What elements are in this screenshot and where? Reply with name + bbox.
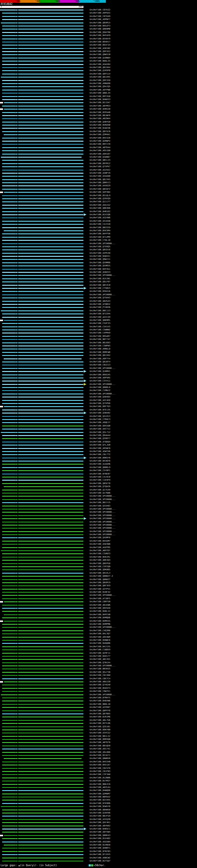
hit-alignment-bar[interactable] [2, 585, 84, 586]
hit-alignment-bar[interactable] [2, 598, 84, 599]
hit-label[interactable]: UniRef100_A0XTD7 [90, 549, 110, 552]
hit-label[interactable]: UniRef100_B4MQD6 [90, 616, 110, 619]
hit-label[interactable]: UniRef100_A91741 [90, 748, 110, 750]
hit-alignment-bar[interactable] [2, 170, 84, 170]
hit-label[interactable]: UniRef100_B2IVK5 [90, 799, 110, 802]
hit-alignment-bar[interactable] [2, 16, 84, 17]
hit-label[interactable]: UniRef100_Q9WJ11 [90, 258, 110, 261]
hit-alignment-bar[interactable] [2, 45, 84, 45]
hit-label[interactable]: UniRef100_C75NV3 [90, 287, 110, 290]
hit-alignment-bar[interactable] [4, 406, 84, 407]
hit-alignment-bar[interactable] [2, 841, 84, 842]
hit-label[interactable]: UniRef100_A5NVV3 [90, 271, 110, 274]
hit-label[interactable]: UniRef100_A9PGE5 [90, 12, 110, 14]
hit-alignment-bar[interactable] [2, 505, 84, 506]
hit-alignment-bar[interactable] [2, 150, 84, 151]
hit-alignment-bar[interactable] [2, 371, 84, 372]
hit-label[interactable]: UniRef100_A5GUD0 [90, 175, 110, 178]
hit-label[interactable]: UniRef100_Q9AY98 [90, 31, 110, 34]
hit-label[interactable]: UniRef100_Q9FS14 [90, 73, 110, 75]
hit-alignment-bar[interactable] [2, 525, 84, 526]
hit-alignment-bar[interactable] [2, 339, 84, 340]
hit-label[interactable]: UniRef100_C0Z213 [90, 364, 110, 366]
hit-alignment-bar[interactable] [2, 409, 84, 410]
hit-alignment-bar[interactable] [2, 569, 84, 570]
hit-alignment-bar[interactable] [2, 278, 84, 279]
hit-label[interactable]: UniRef100_UPI0000... [90, 521, 116, 523]
hit-label[interactable]: UniRef100_UPI0000... [90, 293, 116, 296]
hit-alignment-bar[interactable] [2, 477, 84, 477]
hit-alignment-bar[interactable] [2, 784, 84, 785]
hit-label[interactable]: UniRef100_A7QBS2 [90, 303, 110, 306]
hit-label[interactable]: UniRef100_B1TM37 [90, 780, 110, 782]
hit-label[interactable]: UniRef100_UPI0000... [90, 533, 116, 536]
hit-alignment-bar[interactable] [2, 61, 84, 62]
hit-label[interactable]: UniRef100_B8CG59 [90, 226, 110, 229]
hit-label[interactable]: UniRef100_Q61VK5 [90, 76, 110, 79]
hit-alignment-bar[interactable] [1, 77, 84, 78]
hit-label[interactable]: UniRef100_B3M555 [90, 620, 110, 623]
hit-label[interactable]: UniRef100_A9LH66 [90, 751, 110, 754]
hit-label[interactable]: UniRef100_UPI0000... [90, 626, 116, 629]
hit-alignment-bar[interactable] [2, 147, 84, 148]
hit-label[interactable]: UniRef100_A3PE48 [90, 252, 110, 255]
hit-alignment-bar[interactable] [2, 848, 84, 848]
hit-alignment-bar[interactable] [4, 601, 84, 602]
hit-alignment-bar[interactable] [4, 681, 84, 682]
hit-label[interactable]: UniRef100_Q9VSE8 [90, 607, 110, 610]
hit-label[interactable]: UniRef100_C1E9F9 [90, 479, 110, 482]
hit-alignment-bar[interactable] [2, 633, 84, 634]
hit-label[interactable]: UniRef100_B3PA40 [90, 111, 110, 114]
hit-label[interactable]: UniRef100_A6C2H1 [90, 658, 110, 661]
hit-label[interactable]: UniRef100_B9M3Q0 [90, 738, 110, 741]
hit-label[interactable]: UniRef100_A9TPW8 [90, 89, 110, 91]
hit-alignment-bar[interactable] [2, 137, 84, 138]
hit-label[interactable]: UniRef100_A9QEJ7 [90, 421, 110, 424]
hit-label[interactable]: UniRef100_Q91XL3 [90, 572, 110, 575]
hit-label[interactable]: UniRef100_Q75PK6 [90, 402, 110, 405]
hit-label[interactable]: UniRef100_A0YM53 [90, 105, 110, 107]
hit-alignment-bar[interactable] [2, 669, 84, 670]
hit-alignment-bar[interactable] [2, 384, 84, 385]
hit-alignment-bar[interactable] [2, 291, 84, 292]
hit-alignment-bar[interactable] [1, 694, 84, 695]
hit-alignment-bar[interactable] [2, 800, 84, 801]
hit-label[interactable]: UniRef100_B2J2A7 [90, 101, 110, 104]
hit-label[interactable]: UniRef100_Q87B8S [90, 713, 110, 715]
hit-alignment-bar[interactable] [2, 736, 84, 737]
hit-label[interactable]: UniRef100_B01L52 [90, 735, 110, 738]
hit-label[interactable]: UniRef100_UPI0000... [90, 664, 116, 667]
hit-alignment-bar[interactable] [2, 563, 84, 564]
hit-label[interactable]: UniRef100_C1BDE9 [90, 648, 110, 651]
hit-label[interactable]: UniRef100_Q94JQ5 [90, 85, 110, 88]
hit-label[interactable]: UniRef100_A95WC8 [90, 447, 110, 450]
hit-alignment-bar[interactable] [2, 38, 84, 39]
hit-alignment-bar[interactable] [1, 550, 84, 551]
hit-alignment-bar[interactable] [2, 400, 84, 401]
hit-alignment-bar[interactable] [2, 470, 84, 471]
hit-label[interactable]: UniRef100_Q2LR13 [90, 415, 110, 418]
hit-label[interactable]: UniRef100_B3H416 [90, 290, 110, 293]
hit-label[interactable]: UniRef100_Q81BT4 [90, 361, 110, 363]
hit-label[interactable]: UniRef100_B7K9R6 [90, 802, 110, 805]
hit-label[interactable]: UniRef100_B436F6 [90, 460, 110, 463]
hit-label[interactable]: UniRef100_B71ZM9 [90, 236, 110, 239]
hit-label[interactable]: UniRef100_Q3M4A1 [90, 133, 110, 136]
hit-label[interactable]: UniRef100_A5GSN4 [90, 841, 110, 843]
hit-label[interactable]: UniRef100_A5D3W8 [90, 543, 110, 546]
hit-label[interactable]: UniRef100_Q29FJ1 [90, 652, 110, 655]
hit-label[interactable]: UniRef100_B4J155 [90, 645, 110, 648]
hit-label[interactable]: UniRef100_Q9LF07 [90, 280, 110, 283]
hit-alignment-bar[interactable] [2, 768, 84, 769]
hit-alignment-bar[interactable] [2, 765, 84, 766]
hit-alignment-bar[interactable] [2, 640, 84, 641]
hit-alignment-bar[interactable] [2, 154, 84, 155]
hit-alignment-bar[interactable] [2, 266, 84, 266]
hit-alignment-bar[interactable] [2, 832, 84, 833]
hit-label[interactable]: UniRef100_Q0CLV3 [90, 159, 110, 162]
hit-alignment-bar[interactable] [2, 90, 84, 91]
hit-alignment-bar[interactable] [2, 553, 84, 554]
hit-label[interactable]: UniRef100_Q4BYG0 [90, 121, 110, 123]
hit-alignment-bar[interactable] [2, 368, 84, 369]
hit-alignment-bar[interactable] [2, 707, 84, 708]
